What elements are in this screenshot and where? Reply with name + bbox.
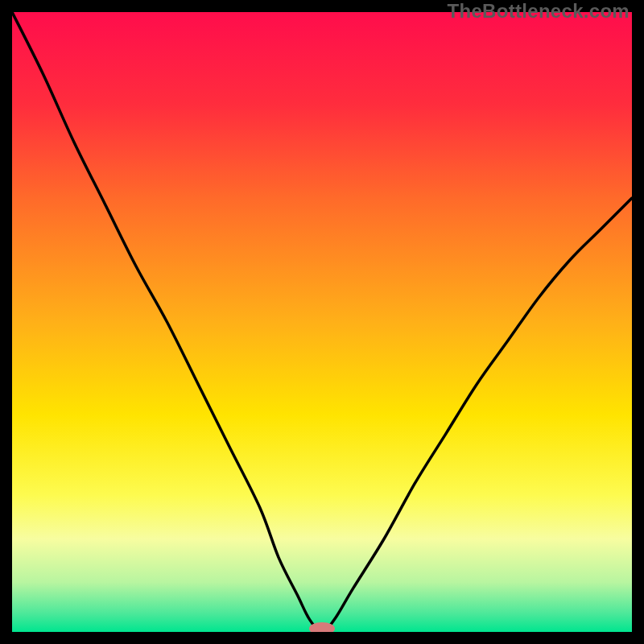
plot-area [12, 12, 632, 632]
optimum-marker [12, 12, 632, 632]
chart-container: TheBottleneck.com [0, 0, 644, 644]
svg-point-1 [309, 622, 335, 632]
watermark-text: TheBottleneck.com [448, 0, 630, 23]
